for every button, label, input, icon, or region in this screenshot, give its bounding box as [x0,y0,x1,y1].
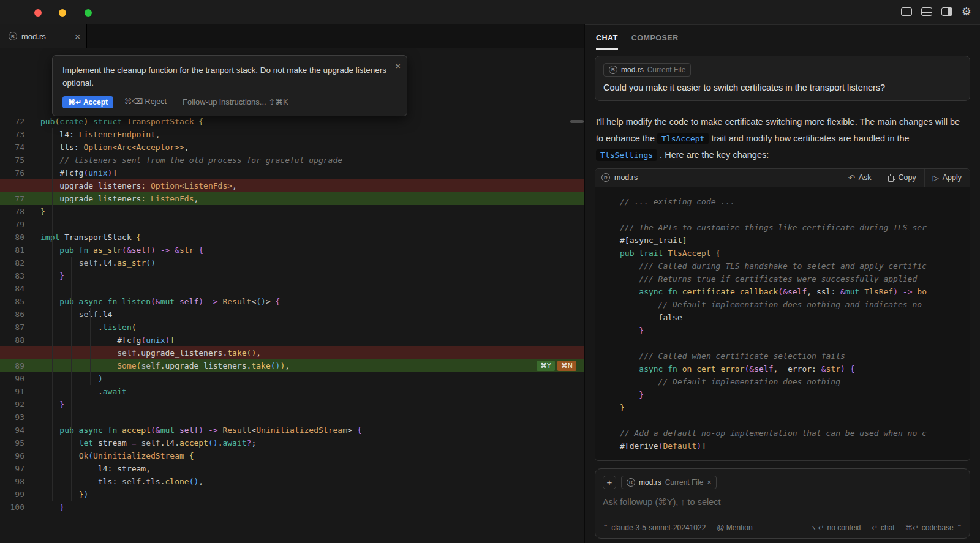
code-line: 84 [0,282,584,295]
panel-bottom-icon[interactable] [921,7,932,16]
code-line: async fn certificate_callback(&self, ssl… [604,285,970,298]
settings-gear-icon[interactable]: ⚙ [962,6,971,17]
code-line: 92 } [0,398,584,411]
chip-badge: Current File [665,478,704,487]
code-line: 100 } [0,501,584,514]
reject-button[interactable]: ⌘⌫ Reject [124,95,167,108]
line-number: 97 [0,462,24,475]
line-number: 78 [0,205,24,218]
code-line: 78} [0,205,584,218]
code-line: } [604,324,970,337]
code-line: // Default implementation does nothing a… [604,298,970,311]
chip-file-name: mod.rs [621,66,644,74]
option-label: codebase [922,523,954,532]
rust-file-icon: R [9,32,17,40]
code-line: 74 tls: Option<Arc<Acceptor>>, [0,141,584,154]
model-selector[interactable]: ⌃ claude-3-5-sonnet-20241022 [603,523,706,532]
code-line: 98 tls: self.tls.clone(), [0,475,584,488]
code-line: pub trait TlsAccept { [604,247,970,260]
code-line: 85 pub async fn listen(&mut self) -> Res… [0,295,584,308]
line-number: 80 [0,231,24,244]
code-line: 95 let stream = self.l4.accept().await?; [0,436,584,449]
code-block-body[interactable]: // ... existing code .../// The APIs to … [595,187,970,460]
code-line: 79 [0,218,584,231]
code-line: /// The APIs to customize things like ce… [604,221,970,234]
diff-line: 89 Some(self.upgrade_listeners.take()),⌘… [0,359,584,372]
popup-close-icon[interactable]: × [395,59,401,72]
followup-instructions-button[interactable]: Follow-up instructions... ⇧⌘K [183,95,288,108]
code-line: async fn on_cert_error(&self, _error: &s… [604,362,970,375]
line-number: 99 [0,488,24,501]
apply-play-icon: ▷ [933,173,939,182]
editor-scrollbar-thumb[interactable] [570,120,584,123]
code-line: 91 .await [0,385,584,398]
tab-strip: R mod.rs × [0,24,584,48]
chat-panel: CHAT COMPOSER R mod.rs Current File Coul… [585,24,980,543]
panel-right-icon[interactable] [941,7,952,16]
code-line: } [604,401,970,414]
ask-button[interactable]: ↶ Ask [840,169,880,187]
tab-chat[interactable]: CHAT [596,34,618,50]
code-line: 99 }) [0,488,584,501]
code-line: 96 Ok(UninitializedStream { [0,449,584,462]
reject-key-badge[interactable]: ⌘N [557,361,576,371]
window-minimize-button[interactable] [59,9,66,17]
code-line: 86 self.l4 [0,308,584,321]
line-number: 91 [0,385,24,398]
chip-close-icon[interactable]: × [707,478,711,487]
line-number: 75 [0,154,24,167]
submit-options: ⌥↵no context↵chat⌘↵codebase⌃ [810,523,962,532]
line-number: 94 [0,424,24,436]
code-line [604,337,970,350]
chat-panel-tabs: CHAT COMPOSER [585,25,980,50]
key-hint: ↵ [872,523,878,532]
tab-composer[interactable]: COMPOSER [631,34,679,50]
line-number: 93 [0,411,24,424]
code-line: // Default implementation does nothing [604,375,970,388]
line-number: 100 [0,501,24,514]
inline-edit-popup: × Implement the cleanup function for the… [52,55,407,116]
chip-file-name: mod.rs [639,478,662,487]
code-line: false [604,311,970,324]
editor-pane: R mod.rs × × Implement the cleanup funct… [0,24,585,543]
diff-line: upgrade_listeners: Option<ListenFds>, [0,179,584,192]
chat-code-block: R mod.rs ↶ Ask Copy [595,168,970,461]
line-number: 85 [0,295,24,308]
code-line: 82 self.l4.as_str() [0,257,584,269]
chevron-up-icon: ⌃ [957,523,962,531]
model-name: claude-3-5-sonnet-20241022 [611,523,706,532]
accept-key-badge[interactable]: ⌘Y [537,361,555,371]
chat-input-placeholder[interactable]: Ask followup (⌘Y), ↑ to select [603,497,962,507]
code-line: 94 pub async fn accept(&mut self) -> Res… [0,424,584,436]
add-context-button[interactable]: + [603,476,616,489]
chat-input-footer: ⌃ claude-3-5-sonnet-20241022 @ Mention ⌥… [603,523,962,532]
split-columns-icon[interactable] [901,7,912,16]
apply-button[interactable]: ▷ Apply [924,169,970,187]
window-zoom-button[interactable] [85,9,92,17]
context-chip[interactable]: R mod.rs Current File [603,63,691,77]
tab-close-icon[interactable]: × [75,31,80,42]
code-line: 81 pub fn as_str(&self) -> &str { [0,244,584,257]
chat-scroll-area[interactable]: R mod.rs Current File Could you make it … [585,50,980,543]
titlebar-actions: ⚙ [901,6,971,17]
window-close-button[interactable] [34,9,42,17]
code-line: 76 #[cfg(unix)] [0,167,584,179]
app-window: ⚙ R mod.rs × × Implement [0,0,980,543]
input-context-chip[interactable]: R mod.rs Current File × [621,476,717,489]
code-line: /// Returns true if certificates were su… [604,272,970,285]
line-number: 76 [0,167,24,179]
submit-option-chat[interactable]: ↵chat [872,523,895,532]
accept-button[interactable]: ⌘↵ Accept [62,96,113,108]
line-number: 86 [0,308,24,321]
tab-mod-rs[interactable]: R mod.rs × [0,24,87,48]
submit-option-no-context[interactable]: ⌥↵no context [810,523,861,532]
code-line: 83 } [0,269,584,282]
copy-button[interactable]: Copy [880,169,924,187]
code-line: 87 .listen( [0,321,584,334]
rust-file-icon: R [609,66,617,74]
mention-button[interactable]: @ Mention [717,523,752,532]
code-editor[interactable]: × Implement the cleanup function for the… [0,48,584,543]
code-line: // ... existing code ... [604,195,970,208]
submit-option-codebase[interactable]: ⌘↵codebase⌃ [905,523,962,532]
option-label: chat [881,523,895,532]
